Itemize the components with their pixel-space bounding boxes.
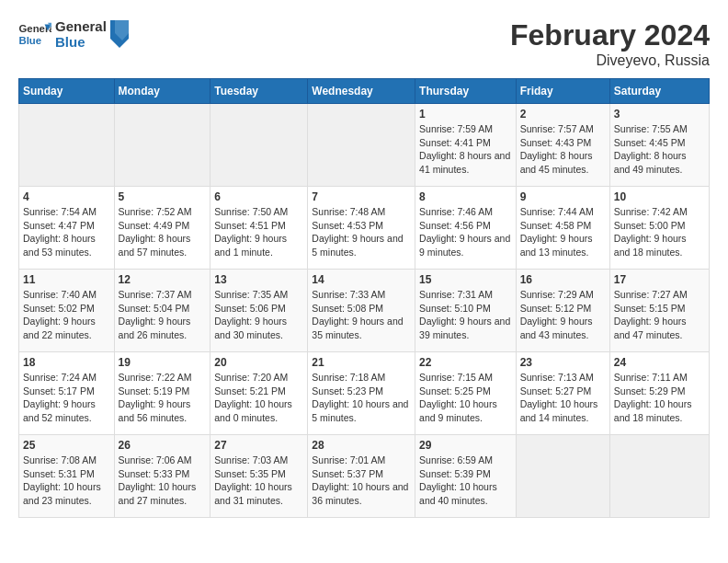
day-info: Sunrise: 7:59 AMSunset: 4:41 PMDaylight:… [419,122,512,177]
day-number: 6 [214,190,303,203]
day-info: Sunrise: 7:27 AMSunset: 5:15 PMDaylight:… [614,288,705,342]
day-info: Sunrise: 7:52 AMSunset: 4:49 PMDaylight:… [119,205,207,259]
day-number: 26 [119,439,207,452]
calendar-cell: 13Sunrise: 7:35 AMSunset: 5:06 PMDayligh… [210,270,308,352]
calendar-cell [516,435,609,518]
day-number: 25 [23,439,110,452]
calendar-week-row: 25Sunrise: 7:08 AMSunset: 5:31 PMDayligh… [19,435,710,518]
calendar-cell: 2Sunrise: 7:57 AMSunset: 4:43 PMDaylight… [516,104,609,187]
day-number: 28 [312,439,411,452]
weekday-header: Wednesday [308,79,415,104]
calendar-header-row: SundayMondayTuesdayWednesdayThursdayFrid… [19,79,710,104]
day-info: Sunrise: 7:11 AMSunset: 5:29 PMDaylight:… [614,371,705,425]
day-number: 16 [520,273,606,286]
day-number: 19 [119,356,207,369]
calendar-week-row: 1Sunrise: 7:59 AMSunset: 4:41 PMDaylight… [19,104,710,187]
day-number: 3 [614,108,705,121]
day-info: Sunrise: 7:24 AMSunset: 5:17 PMDaylight:… [23,371,110,425]
day-info: Sunrise: 7:37 AMSunset: 5:04 PMDaylight:… [119,288,207,342]
logo-icon: General Blue [18,21,51,47]
day-number: 18 [23,356,110,369]
calendar-cell: 17Sunrise: 7:27 AMSunset: 5:15 PMDayligh… [609,270,709,352]
day-info: Sunrise: 7:54 AMSunset: 4:47 PMDaylight:… [23,205,110,259]
day-info: Sunrise: 7:06 AMSunset: 5:33 PMDaylight:… [119,454,207,508]
day-info: Sunrise: 7:44 AMSunset: 4:58 PMDaylight:… [520,205,606,259]
day-number: 8 [419,190,512,203]
calendar-cell: 29Sunrise: 6:59 AMSunset: 5:39 PMDayligh… [415,435,517,518]
day-info: Sunrise: 7:20 AMSunset: 5:21 PMDaylight:… [214,371,303,425]
day-number: 29 [419,439,512,452]
day-number: 5 [119,190,207,203]
calendar-cell: 5Sunrise: 7:52 AMSunset: 4:49 PMDaylight… [114,187,210,270]
calendar-cell: 21Sunrise: 7:18 AMSunset: 5:23 PMDayligh… [308,352,415,435]
title-block: February 2024 Diveyevo, Russia [510,18,710,69]
day-number: 2 [520,108,606,121]
day-info: Sunrise: 7:15 AMSunset: 5:25 PMDaylight:… [419,371,512,425]
calendar-cell: 19Sunrise: 7:22 AMSunset: 5:19 PMDayligh… [114,352,210,435]
day-info: Sunrise: 7:03 AMSunset: 5:35 PMDaylight:… [214,454,303,508]
calendar-cell: 4Sunrise: 7:54 AMSunset: 4:47 PMDaylight… [19,187,115,270]
weekday-header: Sunday [19,79,115,104]
day-number: 11 [23,273,110,286]
page-header: General Blue General Blue February 2024 … [18,18,710,69]
calendar-cell: 7Sunrise: 7:48 AMSunset: 4:53 PMDaylight… [308,187,415,270]
calendar-cell: 25Sunrise: 7:08 AMSunset: 5:31 PMDayligh… [19,435,115,518]
day-number: 22 [419,356,512,369]
day-number: 10 [614,190,705,203]
day-info: Sunrise: 7:46 AMSunset: 4:56 PMDaylight:… [419,205,512,259]
day-number: 17 [614,273,705,286]
day-number: 15 [419,273,512,286]
day-number: 4 [23,190,110,203]
day-info: Sunrise: 7:01 AMSunset: 5:37 PMDaylight:… [312,454,411,508]
calendar-cell: 1Sunrise: 7:59 AMSunset: 4:41 PMDaylight… [415,104,517,187]
logo-blue: Blue [55,34,107,50]
calendar-cell: 14Sunrise: 7:33 AMSunset: 5:08 PMDayligh… [308,270,415,352]
day-info: Sunrise: 7:31 AMSunset: 5:10 PMDaylight:… [419,288,512,342]
calendar-cell [308,104,415,187]
day-info: Sunrise: 7:40 AMSunset: 5:02 PMDaylight:… [23,288,110,342]
calendar-cell: 8Sunrise: 7:46 AMSunset: 4:56 PMDaylight… [415,187,517,270]
weekday-header: Saturday [609,79,709,104]
calendar-cell: 3Sunrise: 7:55 AMSunset: 4:45 PMDaylight… [609,104,709,187]
calendar-cell: 23Sunrise: 7:13 AMSunset: 5:27 PMDayligh… [516,352,609,435]
weekday-header: Tuesday [210,79,308,104]
day-info: Sunrise: 7:50 AMSunset: 4:51 PMDaylight:… [214,205,303,259]
weekday-header: Monday [114,79,210,104]
weekday-header: Friday [516,79,609,104]
calendar-cell: 27Sunrise: 7:03 AMSunset: 5:35 PMDayligh… [210,435,308,518]
weekday-header: Thursday [415,79,517,104]
calendar-cell: 26Sunrise: 7:06 AMSunset: 5:33 PMDayligh… [114,435,210,518]
day-number: 24 [614,356,705,369]
calendar-cell: 12Sunrise: 7:37 AMSunset: 5:04 PMDayligh… [114,270,210,352]
calendar-week-row: 11Sunrise: 7:40 AMSunset: 5:02 PMDayligh… [19,270,710,352]
calendar-cell: 24Sunrise: 7:11 AMSunset: 5:29 PMDayligh… [609,352,709,435]
calendar-week-row: 4Sunrise: 7:54 AMSunset: 4:47 PMDaylight… [19,187,710,270]
day-info: Sunrise: 7:55 AMSunset: 4:45 PMDaylight:… [614,122,705,177]
calendar-cell [19,104,115,187]
calendar-cell: 10Sunrise: 7:42 AMSunset: 5:00 PMDayligh… [609,187,709,270]
calendar-cell: 18Sunrise: 7:24 AMSunset: 5:17 PMDayligh… [19,352,115,435]
day-info: Sunrise: 7:08 AMSunset: 5:31 PMDaylight:… [23,454,110,508]
day-info: Sunrise: 6:59 AMSunset: 5:39 PMDaylight:… [419,454,512,508]
calendar-cell: 16Sunrise: 7:29 AMSunset: 5:12 PMDayligh… [516,270,609,352]
calendar-cell: 28Sunrise: 7:01 AMSunset: 5:37 PMDayligh… [308,435,415,518]
calendar-cell: 11Sunrise: 7:40 AMSunset: 5:02 PMDayligh… [19,270,115,352]
day-number: 12 [119,273,207,286]
day-info: Sunrise: 7:13 AMSunset: 5:27 PMDaylight:… [520,371,606,425]
day-number: 20 [214,356,303,369]
day-info: Sunrise: 7:22 AMSunset: 5:19 PMDaylight:… [119,371,207,425]
day-number: 23 [520,356,606,369]
logo-general: General [55,18,107,34]
calendar-week-row: 18Sunrise: 7:24 AMSunset: 5:17 PMDayligh… [19,352,710,435]
day-number: 27 [214,439,303,452]
day-number: 13 [214,273,303,286]
day-number: 14 [312,273,411,286]
page-title: February 2024 [510,18,710,52]
calendar-cell: 15Sunrise: 7:31 AMSunset: 5:10 PMDayligh… [415,270,517,352]
calendar-cell [114,104,210,187]
day-info: Sunrise: 7:42 AMSunset: 5:00 PMDaylight:… [614,205,705,259]
calendar-cell: 9Sunrise: 7:44 AMSunset: 4:58 PMDaylight… [516,187,609,270]
day-info: Sunrise: 7:35 AMSunset: 5:06 PMDaylight:… [214,288,303,342]
calendar-table: SundayMondayTuesdayWednesdayThursdayFrid… [18,78,710,518]
day-number: 7 [312,190,411,203]
